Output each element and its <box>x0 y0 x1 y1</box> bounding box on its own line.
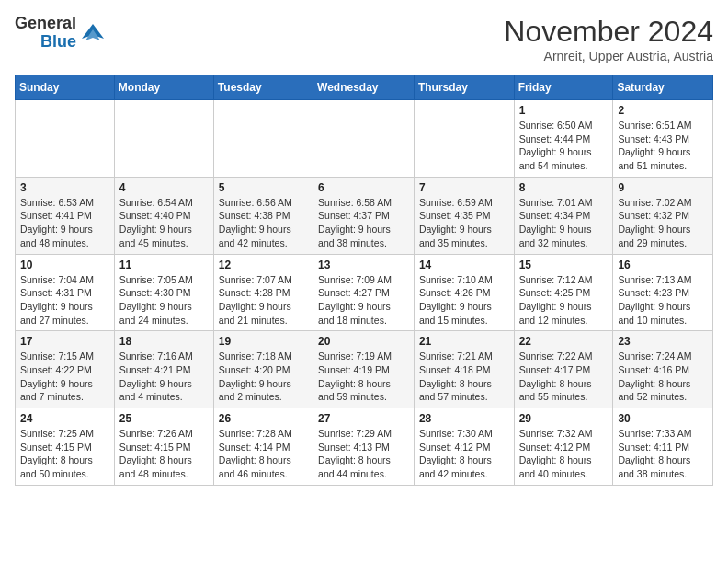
day-info: Sunrise: 7:12 AM Sunset: 4:25 PM Dayligh… <box>519 273 609 327</box>
day-number: 16 <box>618 259 708 271</box>
calendar-cell: 21Sunrise: 7:21 AM Sunset: 4:18 PM Dayli… <box>414 331 514 408</box>
day-number: 17 <box>20 335 109 348</box>
calendar-cell <box>114 100 213 178</box>
day-number: 6 <box>318 181 409 194</box>
day-number: 12 <box>219 259 308 271</box>
calendar-cell: 8Sunrise: 7:01 AM Sunset: 4:34 PM Daylig… <box>514 177 613 254</box>
day-info: Sunrise: 7:18 AM Sunset: 4:20 PM Dayligh… <box>219 350 308 404</box>
day-info: Sunrise: 7:32 AM Sunset: 4:12 PM Dayligh… <box>519 427 609 481</box>
day-info: Sunrise: 6:51 AM Sunset: 4:43 PM Dayligh… <box>618 119 708 173</box>
title-area: November 2024 Arnreit, Upper Austria, Au… <box>504 15 713 63</box>
calendar-cell: 5Sunrise: 6:56 AM Sunset: 4:38 PM Daylig… <box>213 177 313 254</box>
location-title: Arnreit, Upper Austria, Austria <box>504 49 713 63</box>
day-info: Sunrise: 7:28 AM Sunset: 4:14 PM Dayligh… <box>219 427 308 481</box>
calendar-cell: 14Sunrise: 7:10 AM Sunset: 4:26 PM Dayli… <box>414 254 514 331</box>
day-info: Sunrise: 6:56 AM Sunset: 4:38 PM Dayligh… <box>219 196 308 250</box>
day-info: Sunrise: 7:22 AM Sunset: 4:17 PM Dayligh… <box>519 350 609 404</box>
day-info: Sunrise: 7:25 AM Sunset: 4:15 PM Dayligh… <box>20 427 109 481</box>
calendar-cell: 7Sunrise: 6:59 AM Sunset: 4:35 PM Daylig… <box>414 177 514 254</box>
day-number: 11 <box>119 259 209 271</box>
header: General Blue November 2024 Arnreit, Uppe… <box>15 15 713 63</box>
calendar-week-3: 10Sunrise: 7:04 AM Sunset: 4:31 PM Dayli… <box>16 254 713 331</box>
day-info: Sunrise: 6:54 AM Sunset: 4:40 PM Dayligh… <box>119 196 209 250</box>
day-number: 30 <box>618 412 708 425</box>
day-number: 4 <box>119 181 209 194</box>
day-number: 28 <box>419 412 509 425</box>
weekday-header-saturday: Saturday <box>613 75 713 100</box>
calendar-cell <box>414 100 514 178</box>
calendar-cell: 10Sunrise: 7:04 AM Sunset: 4:31 PM Dayli… <box>16 254 115 331</box>
day-number: 7 <box>419 181 509 194</box>
day-info: Sunrise: 7:16 AM Sunset: 4:21 PM Dayligh… <box>119 350 209 404</box>
weekday-header-friday: Friday <box>514 75 613 100</box>
day-info: Sunrise: 7:07 AM Sunset: 4:28 PM Dayligh… <box>219 273 308 327</box>
day-info: Sunrise: 7:05 AM Sunset: 4:30 PM Dayligh… <box>119 273 209 327</box>
day-info: Sunrise: 6:50 AM Sunset: 4:44 PM Dayligh… <box>519 119 609 173</box>
day-number: 10 <box>20 259 109 271</box>
calendar-week-4: 17Sunrise: 7:15 AM Sunset: 4:22 PM Dayli… <box>16 331 713 408</box>
day-info: Sunrise: 7:30 AM Sunset: 4:12 PM Dayligh… <box>419 427 509 481</box>
calendar-cell: 12Sunrise: 7:07 AM Sunset: 4:28 PM Dayli… <box>213 254 313 331</box>
calendar-cell: 15Sunrise: 7:12 AM Sunset: 4:25 PM Dayli… <box>514 254 613 331</box>
weekday-header-thursday: Thursday <box>414 75 514 100</box>
day-number: 3 <box>20 181 109 194</box>
day-number: 29 <box>519 412 609 425</box>
calendar-cell: 11Sunrise: 7:05 AM Sunset: 4:30 PM Dayli… <box>114 254 213 331</box>
day-info: Sunrise: 7:24 AM Sunset: 4:16 PM Dayligh… <box>618 350 708 404</box>
calendar-cell: 13Sunrise: 7:09 AM Sunset: 4:27 PM Dayli… <box>313 254 415 331</box>
logo-icon <box>80 20 106 46</box>
calendar-cell: 20Sunrise: 7:19 AM Sunset: 4:19 PM Dayli… <box>313 331 415 408</box>
weekday-header-sunday: Sunday <box>16 75 115 100</box>
day-number: 9 <box>618 181 708 194</box>
calendar-cell: 1Sunrise: 6:50 AM Sunset: 4:44 PM Daylig… <box>514 100 613 178</box>
month-title: November 2024 <box>504 15 713 49</box>
day-info: Sunrise: 7:10 AM Sunset: 4:26 PM Dayligh… <box>419 273 509 327</box>
calendar-cell <box>213 100 313 178</box>
day-number: 15 <box>519 259 609 271</box>
calendar-cell <box>313 100 415 178</box>
day-number: 25 <box>119 412 209 425</box>
day-number: 13 <box>318 259 409 271</box>
day-number: 20 <box>318 335 409 348</box>
calendar-cell: 22Sunrise: 7:22 AM Sunset: 4:17 PM Dayli… <box>514 331 613 408</box>
day-info: Sunrise: 6:59 AM Sunset: 4:35 PM Dayligh… <box>419 196 509 250</box>
logo-general: General <box>15 15 76 33</box>
calendar-cell: 2Sunrise: 6:51 AM Sunset: 4:43 PM Daylig… <box>613 100 713 178</box>
logo-blue: Blue <box>40 33 76 52</box>
day-number: 18 <box>119 335 209 348</box>
calendar-cell: 29Sunrise: 7:32 AM Sunset: 4:12 PM Dayli… <box>514 408 613 486</box>
day-info: Sunrise: 7:01 AM Sunset: 4:34 PM Dayligh… <box>519 196 609 250</box>
calendar: SundayMondayTuesdayWednesdayThursdayFrid… <box>15 75 713 486</box>
calendar-week-1: 1Sunrise: 6:50 AM Sunset: 4:44 PM Daylig… <box>16 100 713 178</box>
day-number: 19 <box>219 335 308 348</box>
calendar-body: 1Sunrise: 6:50 AM Sunset: 4:44 PM Daylig… <box>16 100 713 486</box>
day-number: 27 <box>318 412 409 425</box>
calendar-cell: 28Sunrise: 7:30 AM Sunset: 4:12 PM Dayli… <box>414 408 514 486</box>
weekday-header-tuesday: Tuesday <box>213 75 313 100</box>
day-number: 2 <box>618 104 708 117</box>
day-number: 26 <box>219 412 308 425</box>
calendar-cell: 26Sunrise: 7:28 AM Sunset: 4:14 PM Dayli… <box>213 408 313 486</box>
weekday-header-wednesday: Wednesday <box>313 75 415 100</box>
day-info: Sunrise: 7:15 AM Sunset: 4:22 PM Dayligh… <box>20 350 109 404</box>
day-info: Sunrise: 7:33 AM Sunset: 4:11 PM Dayligh… <box>618 427 708 481</box>
weekday-header-monday: Monday <box>114 75 213 100</box>
day-number: 21 <box>419 335 509 348</box>
calendar-cell: 16Sunrise: 7:13 AM Sunset: 4:23 PM Dayli… <box>613 254 713 331</box>
calendar-cell: 9Sunrise: 7:02 AM Sunset: 4:32 PM Daylig… <box>613 177 713 254</box>
day-info: Sunrise: 7:09 AM Sunset: 4:27 PM Dayligh… <box>318 273 409 327</box>
day-info: Sunrise: 7:26 AM Sunset: 4:15 PM Dayligh… <box>119 427 209 481</box>
calendar-cell: 4Sunrise: 6:54 AM Sunset: 4:40 PM Daylig… <box>114 177 213 254</box>
calendar-cell: 19Sunrise: 7:18 AM Sunset: 4:20 PM Dayli… <box>213 331 313 408</box>
calendar-cell: 27Sunrise: 7:29 AM Sunset: 4:13 PM Dayli… <box>313 408 415 486</box>
day-number: 23 <box>618 335 708 348</box>
calendar-cell: 18Sunrise: 7:16 AM Sunset: 4:21 PM Dayli… <box>114 331 213 408</box>
calendar-cell: 3Sunrise: 6:53 AM Sunset: 4:41 PM Daylig… <box>16 177 115 254</box>
calendar-header: SundayMondayTuesdayWednesdayThursdayFrid… <box>16 75 713 100</box>
day-number: 1 <box>519 104 609 117</box>
calendar-cell: 24Sunrise: 7:25 AM Sunset: 4:15 PM Dayli… <box>16 408 115 486</box>
day-info: Sunrise: 7:21 AM Sunset: 4:18 PM Dayligh… <box>419 350 509 404</box>
day-number: 8 <box>519 181 609 194</box>
day-info: Sunrise: 7:19 AM Sunset: 4:19 PM Dayligh… <box>318 350 409 404</box>
day-info: Sunrise: 6:58 AM Sunset: 4:37 PM Dayligh… <box>318 196 409 250</box>
